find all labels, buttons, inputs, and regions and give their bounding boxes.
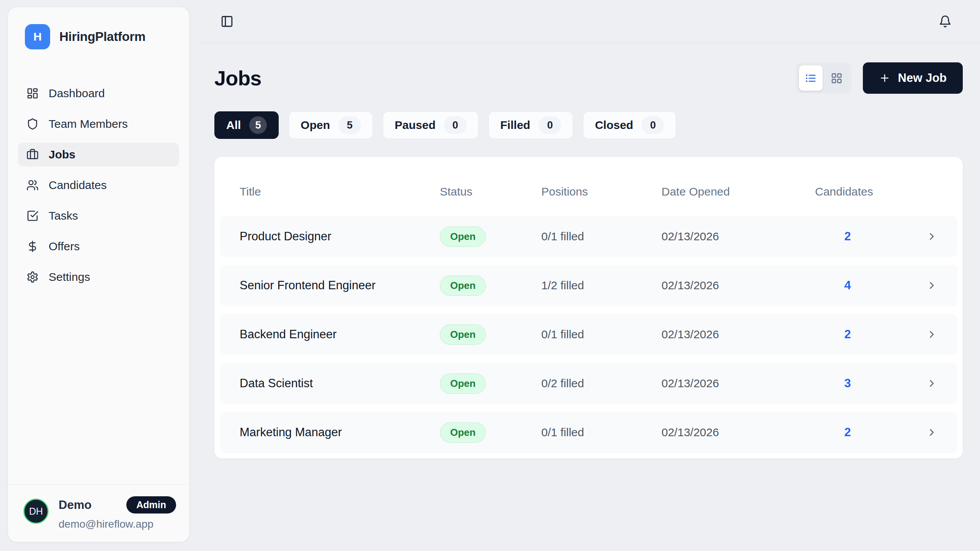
column-header-title: Title — [240, 185, 440, 198]
status-filters: All 5 Open 5 Paused 0 Filled 0 Closed 0 — [214, 111, 963, 139]
positions-cell: 0/1 filled — [541, 328, 662, 341]
table-row[interactable]: Marketing Manager Open 0/1 filled 02/13/… — [220, 412, 957, 453]
notifications-button[interactable] — [939, 15, 952, 28]
chevron-right-icon[interactable] — [926, 280, 938, 291]
status-badge: Open — [440, 276, 486, 296]
app-logo: H — [25, 24, 50, 49]
sidebar-item-team-members[interactable]: Team Members — [18, 112, 179, 136]
filter-label: Filled — [500, 119, 530, 132]
table-row[interactable]: Backend Engineer Open 0/1 filled 02/13/2… — [220, 314, 957, 355]
briefcase-icon — [26, 148, 39, 161]
sidebar-item-label: Settings — [49, 271, 90, 284]
positions-cell: 0/1 filled — [541, 230, 662, 243]
table-row[interactable]: Data Scientist Open 0/2 filled 02/13/202… — [220, 363, 957, 404]
sidebar-item-label: Candidates — [49, 179, 107, 192]
column-header-date-opened: Date Opened — [662, 185, 815, 198]
sidebar-nav: Dashboard Team Members Jobs Candidates T… — [8, 74, 189, 297]
user-footer: DH Demo Admin demo@hireflow.app — [8, 484, 189, 542]
sidebar-item-tasks[interactable]: Tasks — [18, 204, 179, 228]
role-badge: Admin — [126, 496, 176, 514]
table-header: Title Status Positions Date Opened Candi… — [220, 162, 957, 216]
sidebar-toggle-button[interactable] — [220, 15, 234, 28]
filter-tab-open[interactable]: Open 5 — [289, 111, 373, 139]
new-job-button[interactable]: New Job — [863, 62, 963, 94]
avatar-initials: DH — [29, 506, 43, 517]
dashboard-icon — [26, 87, 39, 99]
chevron-right-icon[interactable] — [926, 231, 938, 242]
view-toggle — [796, 63, 851, 93]
sidebar-item-label: Dashboard — [49, 87, 105, 100]
users-icon — [26, 179, 39, 191]
column-header-status: Status — [440, 185, 541, 198]
date-opened-cell: 02/13/2026 — [662, 377, 815, 390]
filter-tab-all[interactable]: All 5 — [214, 111, 279, 139]
filter-count-badge: 5 — [249, 116, 267, 134]
list-view-icon — [805, 72, 817, 84]
job-title: Backend Engineer — [240, 328, 440, 341]
content: Jobs — [198, 62, 980, 458]
table-row[interactable]: Product Designer Open 0/1 filled 02/13/2… — [220, 216, 957, 257]
date-opened-cell: 02/13/2026 — [662, 328, 815, 341]
job-title: Data Scientist — [240, 377, 440, 390]
column-header-candidates: Candidates — [815, 185, 880, 198]
sidebar-item-candidates[interactable]: Candidates — [18, 173, 179, 197]
jobs-table: Title Status Positions Date Opened Candi… — [214, 157, 963, 458]
app-logo-letter: H — [33, 30, 42, 43]
status-badge: Open — [440, 324, 486, 345]
bell-icon — [939, 15, 952, 28]
filter-tab-filled[interactable]: Filled 0 — [488, 111, 573, 139]
sidebar-item-label: Tasks — [49, 209, 78, 222]
app-name: HiringPlatform — [59, 29, 145, 44]
sidebar-item-dashboard[interactable]: Dashboard — [18, 82, 179, 105]
topbar — [198, 0, 980, 43]
list-view-button[interactable] — [799, 65, 823, 91]
candidates-count: 4 — [815, 279, 880, 292]
table-row[interactable]: Senior Frontend Engineer Open 1/2 filled… — [220, 265, 957, 306]
positions-cell: 0/2 filled — [541, 377, 662, 390]
sidebar-item-jobs[interactable]: Jobs — [18, 143, 179, 166]
filter-count-badge: 5 — [338, 116, 361, 134]
main-area: Jobs — [198, 0, 980, 551]
status-badge: Open — [440, 373, 486, 394]
user-name: Demo — [59, 498, 91, 512]
app-logo-row: H HiringPlatform — [8, 7, 189, 49]
positions-cell: 1/2 filled — [541, 279, 662, 292]
job-title: Marketing Manager — [240, 425, 440, 439]
chevron-right-icon[interactable] — [926, 329, 938, 340]
status-badge: Open — [440, 227, 486, 247]
sidebar-item-settings[interactable]: Settings — [18, 265, 179, 289]
filter-count-badge: 0 — [539, 116, 561, 134]
page-title: Jobs — [214, 66, 261, 90]
header-actions: New Job — [796, 62, 963, 94]
job-title: Product Designer — [240, 230, 440, 243]
filter-count-badge: 0 — [642, 116, 664, 134]
date-opened-cell: 02/13/2026 — [662, 426, 815, 439]
filter-label: All — [226, 119, 241, 132]
sidebar: H HiringPlatform Dashboard Team Members … — [8, 7, 189, 542]
filter-tab-paused[interactable]: Paused 0 — [383, 111, 479, 139]
avatar: DH — [23, 499, 49, 524]
grid-view-icon — [831, 72, 843, 84]
grid-view-button[interactable] — [825, 65, 849, 91]
candidates-count: 3 — [815, 377, 880, 390]
tasks-icon — [26, 210, 39, 222]
chevron-right-icon[interactable] — [926, 378, 938, 389]
page-header: Jobs — [214, 62, 963, 94]
filter-label: Closed — [595, 119, 633, 132]
candidates-count: 2 — [815, 230, 880, 243]
candidates-count: 2 — [815, 328, 880, 341]
filter-label: Open — [301, 119, 330, 132]
filter-tab-closed[interactable]: Closed 0 — [583, 111, 676, 139]
sidebar-item-label: Offers — [49, 240, 80, 253]
sidebar-item-label: Jobs — [49, 148, 75, 161]
plus-icon — [879, 72, 890, 84]
gear-icon — [26, 271, 39, 283]
new-job-label: New Job — [898, 71, 947, 85]
chevron-right-icon[interactable] — [926, 427, 938, 438]
status-badge: Open — [440, 422, 486, 443]
column-header-positions: Positions — [541, 185, 662, 198]
date-opened-cell: 02/13/2026 — [662, 230, 815, 243]
positions-cell: 0/1 filled — [541, 426, 662, 439]
date-opened-cell: 02/13/2026 — [662, 279, 815, 292]
sidebar-item-offers[interactable]: Offers — [18, 235, 179, 258]
